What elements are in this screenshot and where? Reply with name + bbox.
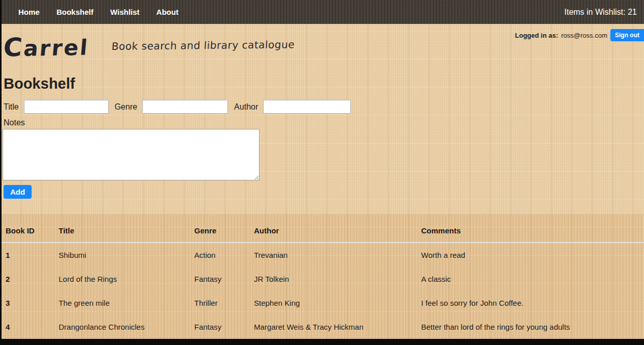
cell-title: Drangonlance Chronicles (55, 315, 190, 339)
column-header-author: Author (250, 214, 417, 243)
cell-comments: Better than lord of the rings for young … (417, 315, 644, 339)
logged-in-email: ross@ross.com (561, 32, 608, 39)
cell-comments: Worth a read (417, 243, 644, 267)
nav-item-about[interactable]: About (157, 8, 178, 16)
nav-items: Home Bookshelf Wishlist About (2, 8, 178, 16)
cell-author: Margaret Weis & Tracy Hickman (250, 315, 417, 339)
top-navbar: Home Bookshelf Wishlist About Items in W… (2, 0, 644, 24)
nav-item-home[interactable]: Home (18, 8, 40, 16)
title-label: Title (4, 102, 19, 112)
author-label: Author (234, 102, 258, 112)
books-table: Book ID Title Genre Author Comments 1 Sh… (2, 214, 644, 339)
cell-book-id: 3 (2, 291, 55, 315)
books-table-section: Book ID Title Genre Author Comments 1 Sh… (2, 214, 644, 339)
notes-textarea[interactable] (3, 129, 260, 180)
wishlist-count: Items in Wishlist: 21 (564, 8, 644, 17)
genre-label: Genre (115, 102, 137, 112)
sign-out-button[interactable]: Sign out (610, 29, 644, 41)
cell-genre: Thriller (190, 291, 250, 315)
cell-author: Stephen King (250, 291, 417, 315)
cell-title: Shibumi (55, 243, 190, 267)
column-header-book-id: Book ID (2, 214, 55, 243)
brand-header: Carrel Book search and library catalogue… (2, 24, 644, 67)
add-button[interactable]: Add (4, 185, 32, 199)
column-header-comments: Comments (417, 214, 644, 243)
cell-book-id: 1 (2, 243, 55, 267)
nav-item-wishlist[interactable]: Wishlist (110, 8, 139, 16)
column-header-title: Title (55, 214, 190, 243)
page-title: Bookshelf (4, 75, 75, 92)
cell-book-id: 4 (2, 315, 55, 339)
cell-author: Trevanian (250, 243, 417, 267)
logo[interactable]: Carrel (2, 32, 90, 63)
cell-title: The green mile (55, 291, 190, 315)
cell-genre: Action (190, 243, 250, 267)
cell-comments: I feel so sorry for John Coffee. (417, 291, 644, 315)
nav-item-bookshelf[interactable]: Bookshelf (57, 8, 94, 16)
cell-author: JR Tolkein (250, 267, 417, 291)
cell-genre: Fantasy (190, 315, 250, 339)
cell-title: Lord of the Rings (55, 267, 190, 291)
table-header-row: Book ID Title Genre Author Comments (2, 214, 644, 243)
title-input[interactable] (24, 100, 109, 114)
genre-input[interactable] (142, 100, 228, 114)
logged-in-label: Logged in as: (515, 32, 558, 39)
book-form-row: Title Genre Author (4, 100, 357, 114)
table-row: 4 Drangonlance Chronicles Fantasy Margar… (2, 315, 644, 339)
notes-label: Notes (4, 118, 25, 127)
table-row: 2 Lord of the Rings Fantasy JR Tolkein A… (2, 267, 644, 291)
cell-book-id: 2 (2, 267, 55, 291)
column-header-genre: Genre (190, 214, 250, 243)
login-status: Logged in as: ross@ross.com Sign out (515, 29, 644, 41)
author-input[interactable] (263, 100, 351, 114)
table-row: 1 Shibumi Action Trevanian Worth a read (2, 243, 644, 267)
page: Home Bookshelf Wishlist About Items in W… (2, 0, 644, 339)
tagline: Book search and library catalogue (111, 38, 295, 52)
table-row: 3 The green mile Thriller Stephen King I… (2, 291, 644, 315)
cell-comments: A classic (417, 267, 644, 291)
cell-genre: Fantasy (190, 267, 250, 291)
